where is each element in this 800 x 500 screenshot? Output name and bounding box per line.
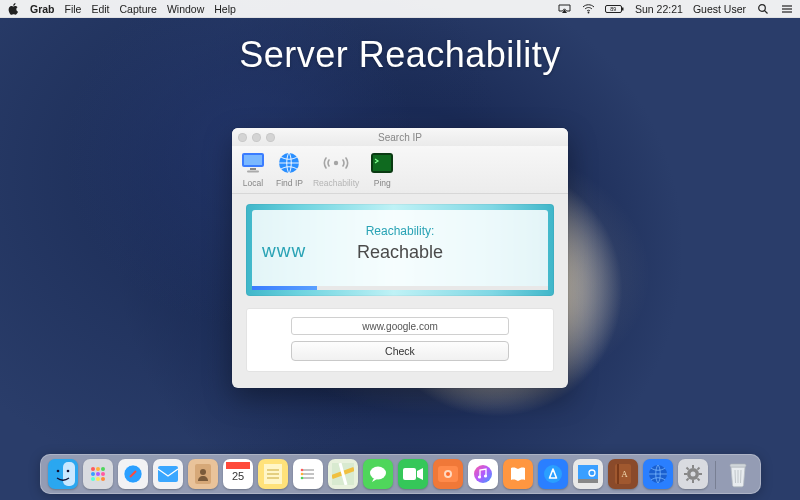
svg-rect-60 [578,479,598,483]
dock-preview[interactable] [573,459,603,489]
svg-point-57 [483,474,486,477]
dock-safari[interactable] [118,459,148,489]
svg-point-58 [544,465,562,483]
svg-point-22 [96,467,100,471]
svg-point-67 [690,472,695,477]
desktop: Grab File Edit Capture Window Help 89 Su… [0,0,800,500]
app-window: Search IP Local Find IP Reachability [232,128,568,388]
menubar-app-name[interactable]: Grab [30,3,55,15]
toolbar-findip[interactable]: Find IP [276,150,303,188]
svg-point-23 [101,467,105,471]
airplay-icon[interactable] [557,2,571,16]
dock-reminders[interactable] [293,459,323,489]
menubar-clock[interactable]: Sun 22:21 [635,3,683,15]
toolbar-local-label: Local [243,178,263,188]
svg-point-48 [300,477,303,480]
wifi-icon[interactable] [581,2,595,16]
minimize-icon[interactable] [252,133,261,142]
globe-icon [276,150,302,176]
svg-point-50 [370,467,386,480]
svg-rect-18 [63,462,75,486]
spotlight-icon[interactable] [756,2,770,16]
check-button[interactable]: Check [291,341,509,361]
battery-icon[interactable]: 89 [605,2,625,16]
dock-systemprefs[interactable] [678,459,708,489]
dock-itunes[interactable] [468,459,498,489]
dock-searchip[interactable] [643,459,673,489]
svg-line-72 [686,468,688,470]
menubar-user[interactable]: Guest User [693,3,746,15]
svg-rect-10 [244,155,262,165]
dock-trash[interactable] [723,459,753,489]
svg-point-28 [96,477,100,481]
svg-rect-34 [158,466,178,482]
dock-finder[interactable] [48,459,78,489]
zoom-icon[interactable] [266,133,275,142]
dock-dictionary[interactable]: A [608,459,638,489]
www-label: www [262,240,306,262]
svg-point-54 [446,472,450,476]
dock-contacts[interactable] [188,459,218,489]
dock-ibooks[interactable] [503,459,533,489]
toolbar-reachability-label: Reachability [313,178,359,188]
dock-launchpad[interactable] [83,459,113,489]
svg-line-5 [765,10,768,13]
svg-text:A: A [621,469,628,479]
menu-edit[interactable]: Edit [91,3,109,15]
dock-maps[interactable] [328,459,358,489]
svg-point-36 [200,469,206,475]
svg-point-14 [334,161,338,165]
svg-line-73 [697,478,699,480]
dock-mail[interactable] [153,459,183,489]
dock-messages[interactable] [363,459,393,489]
dock: 25 [40,454,761,494]
toolbar-reachability: Reachability [313,150,359,188]
svg-rect-11 [250,168,256,170]
svg-line-79 [740,470,741,483]
svg-point-26 [101,472,105,476]
svg-point-46 [300,469,303,472]
apple-menu[interactable] [6,2,20,16]
signal-icon [323,150,349,176]
dock-facetime[interactable] [398,459,428,489]
window-titlebar[interactable]: Search IP [232,128,568,146]
svg-point-55 [474,465,492,483]
svg-line-74 [686,478,688,480]
svg-point-0 [587,11,589,13]
svg-point-47 [300,473,303,476]
window-traffic-lights[interactable] [238,133,275,142]
dock-appstore[interactable] [538,459,568,489]
svg-point-19 [56,470,59,473]
toolbar-findip-label: Find IP [276,178,303,188]
svg-rect-2 [622,7,624,10]
svg-text:89: 89 [610,6,616,12]
progress-bar [252,286,548,290]
svg-point-29 [101,477,105,481]
close-icon[interactable] [238,133,247,142]
url-input[interactable] [291,317,509,335]
svg-point-21 [91,467,95,471]
svg-rect-12 [247,171,259,173]
toolbar-ping[interactable]: Ping [369,150,395,188]
svg-rect-37 [226,462,250,469]
terminal-icon [369,150,395,176]
notification-center-icon[interactable] [780,2,794,16]
window-content: www Reachability: Reachable Check [232,194,568,386]
toolbar-local[interactable]: Local [240,150,266,188]
dock-divider [715,461,716,489]
menu-capture[interactable]: Capture [120,3,157,15]
menu-window[interactable]: Window [167,3,204,15]
dock-notes[interactable] [258,459,288,489]
menu-help[interactable]: Help [214,3,236,15]
svg-rect-63 [617,464,619,484]
menu-file[interactable]: File [65,3,82,15]
reachability-panel: www Reachability: Reachable [246,204,554,296]
svg-point-56 [477,475,480,478]
svg-point-24 [91,472,95,476]
dock-calendar[interactable]: 25 [223,459,253,489]
svg-rect-51 [403,468,416,480]
svg-text:25: 25 [231,470,243,482]
svg-point-4 [759,4,766,11]
svg-rect-76 [730,464,746,467]
dock-photobooth[interactable] [433,459,463,489]
